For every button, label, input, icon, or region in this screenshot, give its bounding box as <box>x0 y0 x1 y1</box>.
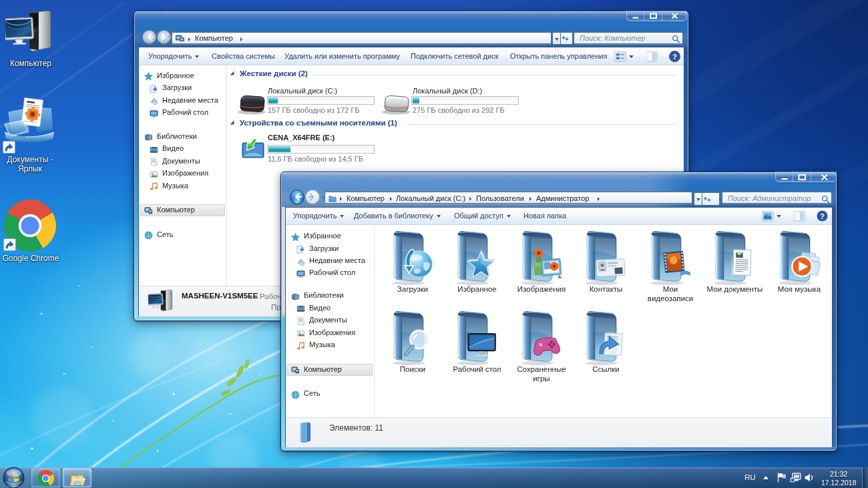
svg-text:?: ? <box>820 212 825 220</box>
svg-text:?: ? <box>672 53 677 61</box>
